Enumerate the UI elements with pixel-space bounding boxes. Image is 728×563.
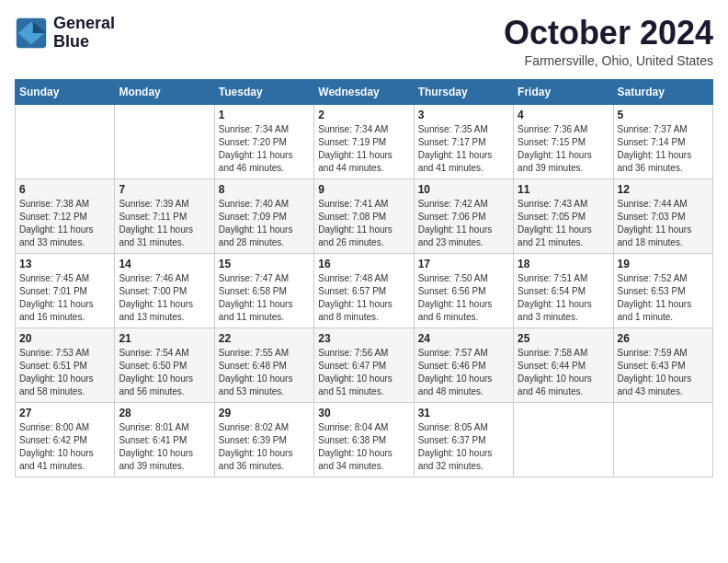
- calendar-cell: 6Sunrise: 7:38 AM Sunset: 7:12 PM Daylig…: [16, 178, 115, 253]
- day-number: 23: [318, 332, 409, 345]
- day-info: Sunrise: 7:54 AM Sunset: 6:50 PM Dayligh…: [119, 347, 210, 398]
- day-number: 6: [19, 183, 110, 196]
- column-header-saturday: Saturday: [613, 79, 712, 104]
- calendar-cell: 8Sunrise: 7:40 AM Sunset: 7:09 PM Daylig…: [214, 178, 313, 253]
- title-area: October 2024 Farmersville, Ohio, United …: [504, 15, 713, 68]
- day-number: 12: [618, 183, 709, 196]
- day-number: 15: [219, 258, 310, 270]
- month-title: October 2024: [504, 15, 713, 52]
- day-number: 10: [418, 183, 509, 196]
- day-number: 30: [318, 407, 409, 419]
- day-info: Sunrise: 7:36 AM Sunset: 7:15 PM Dayligh…: [518, 123, 609, 175]
- day-number: 1: [219, 109, 310, 121]
- day-info: Sunrise: 7:51 AM Sunset: 6:54 PM Dayligh…: [518, 272, 609, 324]
- day-info: Sunrise: 8:01 AM Sunset: 6:41 PM Dayligh…: [119, 421, 210, 473]
- calendar-cell: 25Sunrise: 7:58 AM Sunset: 6:44 PM Dayli…: [514, 327, 613, 402]
- day-info: Sunrise: 7:46 AM Sunset: 7:00 PM Dayligh…: [119, 272, 210, 324]
- calendar-cell: 12Sunrise: 7:44 AM Sunset: 7:03 PM Dayli…: [613, 178, 712, 253]
- column-header-monday: Monday: [115, 79, 214, 104]
- calendar-cell: 7Sunrise: 7:39 AM Sunset: 7:11 PM Daylig…: [115, 178, 214, 253]
- day-number: 3: [418, 109, 509, 121]
- day-info: Sunrise: 7:38 AM Sunset: 7:12 PM Dayligh…: [19, 198, 110, 249]
- header: General Blue October 2024 Farmersville, …: [15, 15, 713, 68]
- calendar-week-2: 6Sunrise: 7:38 AM Sunset: 7:12 PM Daylig…: [16, 178, 713, 253]
- day-number: 4: [518, 109, 609, 121]
- calendar-cell: [613, 402, 712, 477]
- day-info: Sunrise: 8:00 AM Sunset: 6:42 PM Dayligh…: [19, 421, 110, 473]
- day-number: 7: [119, 183, 210, 196]
- calendar-cell: 23Sunrise: 7:56 AM Sunset: 6:47 PM Dayli…: [314, 327, 414, 402]
- calendar-cell: 18Sunrise: 7:51 AM Sunset: 6:54 PM Dayli…: [514, 253, 613, 327]
- logo: General Blue: [15, 15, 115, 52]
- day-info: Sunrise: 7:53 AM Sunset: 6:51 PM Dayligh…: [19, 347, 110, 398]
- day-info: Sunrise: 7:45 AM Sunset: 7:01 PM Dayligh…: [19, 272, 110, 324]
- day-info: Sunrise: 7:42 AM Sunset: 7:06 PM Dayligh…: [418, 198, 509, 249]
- day-number: 11: [518, 183, 609, 196]
- day-info: Sunrise: 7:43 AM Sunset: 7:05 PM Dayligh…: [518, 198, 609, 249]
- calendar-cell: 30Sunrise: 8:04 AM Sunset: 6:38 PM Dayli…: [314, 402, 414, 477]
- day-number: 26: [618, 332, 709, 345]
- day-number: 8: [219, 183, 310, 196]
- day-info: Sunrise: 8:05 AM Sunset: 6:37 PM Dayligh…: [418, 421, 509, 473]
- calendar-cell: 4Sunrise: 7:36 AM Sunset: 7:15 PM Daylig…: [514, 104, 613, 178]
- column-header-sunday: Sunday: [16, 79, 115, 104]
- location-title: Farmersville, Ohio, United States: [504, 53, 713, 68]
- calendar-cell: 3Sunrise: 7:35 AM Sunset: 7:17 PM Daylig…: [414, 104, 513, 178]
- calendar-cell: 26Sunrise: 7:59 AM Sunset: 6:43 PM Dayli…: [613, 327, 712, 402]
- calendar-cell: 15Sunrise: 7:47 AM Sunset: 6:58 PM Dayli…: [214, 253, 313, 327]
- day-number: 5: [618, 109, 709, 121]
- day-number: 14: [119, 258, 210, 270]
- calendar-cell: 11Sunrise: 7:43 AM Sunset: 7:05 PM Dayli…: [514, 178, 613, 253]
- day-info: Sunrise: 7:41 AM Sunset: 7:08 PM Dayligh…: [318, 198, 409, 249]
- calendar-cell: [115, 104, 214, 178]
- day-number: 20: [19, 332, 110, 345]
- day-info: Sunrise: 7:52 AM Sunset: 6:53 PM Dayligh…: [618, 272, 709, 324]
- calendar-week-1: 1Sunrise: 7:34 AM Sunset: 7:20 PM Daylig…: [16, 104, 713, 178]
- calendar-cell: 19Sunrise: 7:52 AM Sunset: 6:53 PM Dayli…: [613, 253, 712, 327]
- day-number: 29: [219, 407, 310, 419]
- calendar-cell: 13Sunrise: 7:45 AM Sunset: 7:01 PM Dayli…: [16, 253, 115, 327]
- column-header-wednesday: Wednesday: [314, 79, 414, 104]
- logo-text: General Blue: [53, 15, 115, 52]
- calendar-cell: 5Sunrise: 7:37 AM Sunset: 7:14 PM Daylig…: [613, 104, 712, 178]
- calendar: SundayMondayTuesdayWednesdayThursdayFrid…: [15, 79, 713, 477]
- day-info: Sunrise: 7:34 AM Sunset: 7:19 PM Dayligh…: [318, 123, 409, 175]
- day-info: Sunrise: 7:47 AM Sunset: 6:58 PM Dayligh…: [219, 272, 310, 324]
- calendar-cell: [16, 104, 115, 178]
- calendar-cell: 1Sunrise: 7:34 AM Sunset: 7:20 PM Daylig…: [214, 104, 313, 178]
- logo-line2: Blue: [53, 33, 115, 52]
- day-info: Sunrise: 8:04 AM Sunset: 6:38 PM Dayligh…: [318, 421, 409, 473]
- calendar-cell: 2Sunrise: 7:34 AM Sunset: 7:19 PM Daylig…: [314, 104, 414, 178]
- day-number: 28: [119, 407, 210, 419]
- day-info: Sunrise: 7:39 AM Sunset: 7:11 PM Dayligh…: [119, 198, 210, 249]
- day-number: 2: [318, 109, 409, 121]
- day-info: Sunrise: 7:34 AM Sunset: 7:20 PM Dayligh…: [219, 123, 310, 175]
- calendar-cell: 17Sunrise: 7:50 AM Sunset: 6:56 PM Dayli…: [414, 253, 513, 327]
- day-number: 25: [518, 332, 609, 345]
- calendar-header-row: SundayMondayTuesdayWednesdayThursdayFrid…: [16, 79, 713, 104]
- day-number: 13: [19, 258, 110, 270]
- calendar-week-4: 20Sunrise: 7:53 AM Sunset: 6:51 PM Dayli…: [16, 327, 713, 402]
- day-info: Sunrise: 7:40 AM Sunset: 7:09 PM Dayligh…: [219, 198, 310, 249]
- day-number: 22: [219, 332, 310, 345]
- day-info: Sunrise: 7:48 AM Sunset: 6:57 PM Dayligh…: [318, 272, 409, 324]
- day-info: Sunrise: 7:59 AM Sunset: 6:43 PM Dayligh…: [618, 347, 709, 398]
- day-info: Sunrise: 7:44 AM Sunset: 7:03 PM Dayligh…: [618, 198, 709, 249]
- day-number: 31: [418, 407, 509, 419]
- day-number: 21: [119, 332, 210, 345]
- calendar-cell: 21Sunrise: 7:54 AM Sunset: 6:50 PM Dayli…: [115, 327, 214, 402]
- column-header-friday: Friday: [514, 79, 613, 104]
- day-info: Sunrise: 7:50 AM Sunset: 6:56 PM Dayligh…: [418, 272, 509, 324]
- day-info: Sunrise: 7:35 AM Sunset: 7:17 PM Dayligh…: [418, 123, 509, 175]
- day-number: 16: [318, 258, 409, 270]
- calendar-cell: 10Sunrise: 7:42 AM Sunset: 7:06 PM Dayli…: [414, 178, 513, 253]
- day-info: Sunrise: 7:55 AM Sunset: 6:48 PM Dayligh…: [219, 347, 310, 398]
- calendar-cell: 28Sunrise: 8:01 AM Sunset: 6:41 PM Dayli…: [115, 402, 214, 477]
- day-number: 27: [19, 407, 110, 419]
- calendar-week-3: 13Sunrise: 7:45 AM Sunset: 7:01 PM Dayli…: [16, 253, 713, 327]
- calendar-cell: 29Sunrise: 8:02 AM Sunset: 6:39 PM Dayli…: [214, 402, 313, 477]
- logo-icon: [15, 17, 48, 50]
- calendar-cell: 14Sunrise: 7:46 AM Sunset: 7:00 PM Dayli…: [115, 253, 214, 327]
- calendar-cell: 9Sunrise: 7:41 AM Sunset: 7:08 PM Daylig…: [314, 178, 414, 253]
- day-number: 24: [418, 332, 509, 345]
